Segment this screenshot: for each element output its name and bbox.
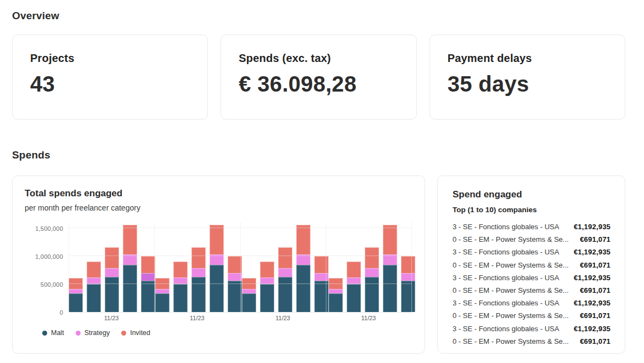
bar-segment-strategy[interactable]	[242, 289, 256, 293]
bar-segment-strategy[interactable]	[365, 268, 379, 277]
bar-segment-malt[interactable]	[210, 265, 224, 312]
bar-segment-malt[interactable]	[347, 284, 361, 312]
company-name: 3 - SE - Fonctions globales - USA	[453, 274, 559, 282]
spends-row: Total spends engaged per month per freel…	[12, 175, 625, 354]
side-card-subtitle: Top (1 to 10) companies	[453, 206, 611, 214]
bar-segment-strategy[interactable]	[278, 268, 292, 277]
bar-segment-invited[interactable]	[141, 256, 155, 273]
stacked-bar[interactable]	[260, 262, 274, 312]
vertical-gridline	[69, 223, 69, 312]
bar-group	[155, 223, 242, 312]
bar-group	[69, 223, 155, 312]
bar-segment-invited[interactable]	[210, 225, 224, 254]
y-tick-label: 500,000	[41, 281, 63, 288]
company-name: 0 - SE - EM - Power Systems & Se...	[453, 261, 569, 269]
legend-dot-icon	[76, 331, 81, 336]
side-card-title: Spend engaged	[453, 189, 611, 200]
legend-item-invited[interactable]: Invited	[121, 329, 150, 337]
bar-segment-invited[interactable]	[296, 225, 310, 254]
bar-segment-invited[interactable]	[105, 247, 119, 268]
y-tick-label: 0	[60, 309, 63, 316]
bar-segment-malt[interactable]	[123, 265, 137, 312]
spend-engaged-card: Spend engaged Top (1 to 10) companies 3 …	[437, 175, 625, 354]
legend-item-strategy[interactable]: Strategy	[76, 329, 110, 337]
bar-segment-strategy[interactable]	[401, 273, 415, 281]
bar-segment-invited[interactable]	[383, 225, 397, 254]
bar-group	[329, 223, 415, 312]
bar-segment-malt[interactable]	[401, 281, 415, 312]
stat-label: Payment delays	[448, 52, 607, 65]
bar-segment-invited[interactable]	[347, 262, 361, 277]
bar-segment-malt[interactable]	[155, 293, 170, 312]
stat-label: Projects	[30, 52, 190, 65]
bar-segment-malt[interactable]	[296, 265, 310, 312]
bar-segment-strategy[interactable]	[69, 289, 83, 293]
stacked-bar[interactable]	[210, 225, 224, 312]
bar-group	[242, 223, 329, 312]
bar-segment-invited[interactable]	[365, 247, 379, 268]
bar-segment-strategy[interactable]	[314, 273, 329, 281]
bar-segment-invited[interactable]	[314, 256, 329, 273]
bar-segment-strategy[interactable]	[155, 289, 170, 293]
bar-segment-invited[interactable]	[123, 225, 137, 254]
bar-segment-invited[interactable]	[173, 262, 188, 277]
company-row: 3 - SE - Fonctions globales - USA€1,192,…	[453, 246, 611, 258]
legend-item-malt[interactable]: Malt	[42, 329, 64, 337]
bar-segment-invited[interactable]	[260, 262, 274, 277]
vertical-gridline	[411, 223, 412, 312]
stacked-bar[interactable]	[401, 256, 415, 312]
stacked-bar[interactable]	[365, 247, 379, 312]
bar-segment-strategy[interactable]	[141, 273, 155, 281]
y-tick-label: 1,500,000	[35, 225, 63, 232]
bar-segment-malt[interactable]	[87, 284, 101, 312]
bar-segment-malt[interactable]	[173, 284, 188, 312]
company-spend-value: €1,192,935	[574, 248, 611, 256]
bar-segment-strategy[interactable]	[329, 289, 343, 293]
stat-value: 35 days	[448, 72, 607, 97]
company-spend-value: €691,071	[580, 337, 611, 345]
bar-segment-malt[interactable]	[191, 277, 206, 312]
bar-segment-invited[interactable]	[278, 247, 292, 268]
bar-segment-strategy[interactable]	[191, 268, 206, 277]
stacked-bar[interactable]	[191, 247, 206, 312]
chart-y-axis: 0500,0001,000,0001,500,000	[25, 223, 69, 313]
stacked-bar[interactable]	[87, 262, 101, 312]
stacked-bar[interactable]	[383, 225, 397, 312]
vertical-gridline	[326, 223, 326, 312]
stat-card-payment-delays: Payment delays 35 days	[430, 35, 625, 120]
company-spend-value: €1,192,935	[574, 299, 611, 307]
stacked-bar[interactable]	[314, 256, 329, 312]
bar-segment-invited[interactable]	[191, 247, 206, 268]
bar-segment-malt[interactable]	[383, 265, 397, 312]
stacked-bar[interactable]	[278, 247, 292, 312]
bar-segment-strategy[interactable]	[105, 268, 119, 277]
bar-segment-malt[interactable]	[278, 277, 292, 312]
bar-segment-malt[interactable]	[69, 293, 83, 312]
chart-title: Total spends engaged	[25, 188, 411, 199]
stacked-bar[interactable]	[173, 262, 188, 312]
stat-card-projects: Projects 43	[12, 35, 208, 120]
bar-segment-malt[interactable]	[329, 293, 343, 312]
company-name: 3 - SE - Fonctions globales - USA	[453, 248, 559, 256]
bar-segment-malt[interactable]	[314, 281, 329, 312]
bar-segment-invited[interactable]	[401, 256, 415, 273]
company-row: 0 - SE - EM - Power Systems & Se...€691,…	[453, 233, 611, 246]
stacked-bar[interactable]	[296, 225, 310, 312]
y-tick-label: 1,000,000	[35, 253, 63, 260]
bar-segment-malt[interactable]	[141, 281, 155, 312]
bar-segment-malt[interactable]	[242, 293, 256, 312]
legend-label: Malt	[51, 329, 64, 337]
stacked-bar[interactable]	[347, 262, 361, 312]
company-row: 3 - SE - Fonctions globales - USA€1,192,…	[453, 271, 611, 284]
stacked-bar[interactable]	[141, 256, 155, 312]
stacked-bar[interactable]	[105, 247, 119, 312]
legend-label: Strategy	[84, 329, 110, 337]
company-spend-value: €691,071	[580, 261, 611, 269]
bar-segment-malt[interactable]	[260, 284, 274, 312]
bar-segment-malt[interactable]	[105, 277, 119, 312]
company-row: 0 - SE - EM - Power Systems & Se...€691,…	[453, 335, 611, 348]
company-name: 3 - SE - Fonctions globales - USA	[453, 325, 559, 333]
stacked-bar[interactable]	[123, 225, 137, 312]
bar-segment-malt[interactable]	[365, 277, 379, 312]
bar-segment-invited[interactable]	[87, 262, 101, 277]
